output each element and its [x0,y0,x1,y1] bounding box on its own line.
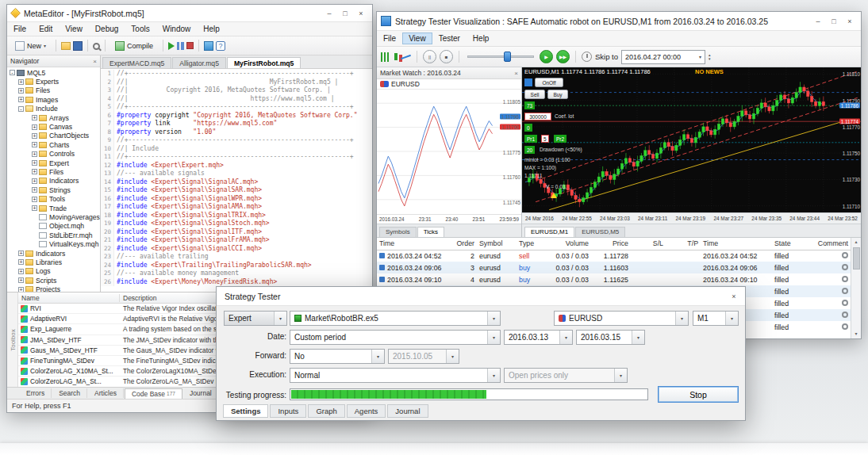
tree-expander-icon[interactable]: + [32,169,37,174]
navigator-item[interactable]: + Images [7,95,100,104]
market-watch-tab[interactable]: Symbols [379,227,417,237]
tree-expander-icon[interactable] [32,232,37,238]
close-icon[interactable]: × [843,15,857,28]
column-header-name[interactable]: Name [18,294,120,302]
compile-button[interactable]: Compile [110,38,158,53]
market-watch-tab[interactable]: Ticks [417,227,444,237]
document-tab[interactable]: ExpertMACD.mq5 [102,57,171,68]
column-header[interactable]: Symbol [477,238,517,250]
new-button[interactable]: New ▾ [10,38,51,53]
debug-start-icon[interactable] [168,42,175,50]
stop-playback-button[interactable]: ■ [440,50,453,63]
toolbox-tab[interactable]: Articles [88,388,124,398]
menu-item[interactable]: Debug [89,23,125,35]
pause-button[interactable]: || [423,50,436,63]
gear-icon[interactable] [842,288,848,294]
navigator-item[interactable]: + Expert [7,159,100,167]
tree-expander-icon[interactable]: + [18,269,24,274]
date-to-combo[interactable]: 2016.03.15 [576,330,645,345]
navigator-item[interactable]: + Indicators [7,249,100,258]
navigator-item[interactable]: + Indicators [7,177,100,185]
execution-combo[interactable]: Normal [290,368,501,383]
tree-expander-icon[interactable]: + [32,178,37,184]
expert-type-combo[interactable]: Expert [224,311,287,326]
date-from-combo[interactable]: 2016.03.13 [504,330,573,345]
onoff-button[interactable]: OnOff [535,78,563,87]
toolbox-tab[interactable]: Errors [20,388,52,398]
fast-forward-button[interactable]: ▶▶ [556,50,570,63]
column-header[interactable]: State [772,238,805,250]
maximize-icon[interactable]: □ [827,15,841,28]
gear-icon[interactable] [842,312,848,318]
tree-expander-icon[interactable]: + [18,250,24,256]
tree-expander-icon[interactable]: - [10,70,15,75]
tree-expander-icon[interactable]: + [32,160,37,166]
column-header[interactable]: Time [377,238,448,250]
tick-chart[interactable]: 1.118051.117901.117751.117601.117451.117… [377,90,521,214]
navigator-item[interactable]: + Scripts [7,276,100,285]
scrollbar-thumb[interactable] [853,247,860,270]
chart-tab[interactable]: EURUSD,M5 [575,227,625,237]
tree-expander-icon[interactable] [32,214,37,220]
navigator-item[interactable]: + Logs [7,267,100,276]
tree-expander-icon[interactable]: + [32,197,37,202]
tree-expander-icon[interactable]: - [18,106,24,112]
tester-tab[interactable]: Graph [308,404,344,418]
search-icon[interactable] [93,43,100,50]
navigator-item[interactable]: + Experts [7,77,100,86]
candle-chart-icon[interactable] [394,53,398,60]
navigator-item[interactable]: + Canvas [7,122,100,131]
symbol-row[interactable]: EURUSD [377,79,521,90]
scroll-down-icon[interactable]: ▾ [855,330,857,338]
tree-expander-icon[interactable]: + [32,124,37,130]
expert-combo[interactable]: Market\RobotBR.ex5 [290,311,501,326]
tree-expander-icon[interactable]: + [32,142,37,147]
debug-pause-icon[interactable] [177,42,184,50]
tree-expander-icon[interactable]: + [32,133,37,139]
skip-to-field[interactable]: 2016.04.27 00:00 ▾ [621,50,705,64]
navigator-item[interactable]: + Projects [7,285,100,292]
navigator-item[interactable]: + Trade [7,204,100,212]
gear-icon[interactable] [842,252,848,258]
chart-tab[interactable]: EURUSD,M1 [524,227,574,237]
tester-tab[interactable]: Settings [223,404,268,418]
menu-item[interactable]: Tester [432,32,467,44]
tree-expander-icon[interactable]: + [18,259,24,265]
column-header[interactable]: S/L [631,238,666,250]
menu-item[interactable]: Help [197,23,226,35]
bar-chart-icon[interactable] [381,52,391,62]
navigator-item[interactable]: + Files [7,167,100,176]
column-header[interactable]: Order [448,238,477,250]
trade-row[interactable]: 2016.03.24 09:10 4 eurusd buy 0.03 / 0.0… [377,273,851,285]
toolbox-tab[interactable]: Journal [183,388,219,398]
pr1-value[interactable]: 5 [541,135,549,143]
tree-expander-icon[interactable]: + [18,277,24,283]
toolbox-tab[interactable]: Search [52,388,87,398]
slider-thumb[interactable] [504,52,511,62]
play-button[interactable]: ▶ [540,50,553,63]
column-header[interactable]: Price [591,238,631,250]
document-tab[interactable]: MyFirstRobot.mq5 [227,57,301,68]
speed-slider[interactable] [467,51,534,63]
navigator-item[interactable]: - MQL5 [7,68,100,77]
close-icon[interactable]: × [93,58,97,65]
navigator-item[interactable]: StdLibErr.mqh [7,231,100,239]
gear-icon[interactable] [842,323,848,330]
minimize-icon[interactable]: – [322,7,336,20]
date-mode-combo[interactable]: Custom period [290,330,501,345]
save-icon[interactable] [73,41,83,51]
maximize-icon[interactable]: □ [338,7,352,20]
help-icon[interactable]: ? [216,41,225,51]
execution-extra-combo[interactable]: Open prices only [504,368,628,383]
tester-tab[interactable]: Journal [387,404,428,418]
dialog-titlebar[interactable]: Strategy Tester × [217,287,745,306]
forward-date-combo[interactable]: 2015.10.05 [388,349,459,364]
navigator-item[interactable]: + Strings [7,185,100,194]
tester-tab[interactable]: Agents [347,404,386,418]
tree-expander-icon[interactable] [32,224,37,229]
column-header[interactable]: Time [701,238,772,250]
navigator-item[interactable]: MovingAverages.mqh [7,212,100,221]
menu-item[interactable]: File [7,23,33,35]
document-tab[interactable]: Alligator.mq5 [172,57,226,68]
close-icon[interactable]: × [727,290,741,303]
